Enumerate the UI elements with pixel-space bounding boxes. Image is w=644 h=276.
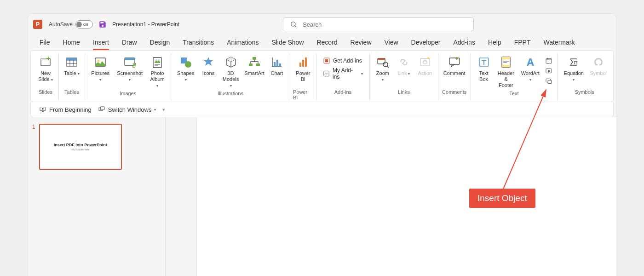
- ribbon: NewSlide ▾SlidesTable ▾TablesPictures ▾S…: [30, 50, 614, 102]
- svg-text:#: #: [548, 70, 550, 73]
- 3d-models-button[interactable]: 3DModels ▾: [219, 53, 242, 90]
- callout-label: Insert Object: [469, 189, 535, 208]
- link-button[interactable]: Link ▾: [394, 53, 414, 77]
- object-button[interactable]: [544, 76, 553, 86]
- document-title: Presentation1 - PowerPoint: [112, 21, 179, 28]
- svg-text:π: π: [574, 59, 578, 66]
- toggle-switch[interactable]: Off: [75, 20, 93, 29]
- tab-fppt[interactable]: FPPT: [508, 35, 537, 50]
- power-bi-label: PowerBI: [296, 70, 310, 82]
- link-label: Link ▾: [397, 70, 410, 76]
- screenshot-label: Screenshot ▾: [116, 70, 144, 82]
- overflow-button[interactable]: ▾: [162, 107, 165, 113]
- svg-rect-24: [325, 59, 328, 62]
- date-time-button[interactable]: [544, 56, 553, 65]
- 3d-models-icon: [223, 54, 239, 70]
- tab-add-ins[interactable]: Add-ins: [447, 35, 481, 50]
- tab-design[interactable]: Design: [144, 35, 177, 50]
- power-bi-icon: [295, 54, 311, 70]
- slide-canvas[interactable]: Insert PDF into PowerPoint: [197, 117, 616, 276]
- chart-button[interactable]: Chart: [267, 53, 287, 77]
- ribbon-group-power-bi: PowerBIPower BI: [290, 53, 316, 101]
- wordart-label: WordArt ▾: [520, 70, 540, 82]
- group-label: Illustrations: [218, 90, 243, 97]
- smartart-button[interactable]: SmartArt: [243, 53, 266, 77]
- pictures-icon: [92, 54, 108, 70]
- my-addins-button[interactable]: My Add-ins ▾: [321, 66, 365, 81]
- photo-album-button[interactable]: PhotoAlbum ▾: [147, 53, 168, 90]
- pictures-button[interactable]: Pictures ▾: [88, 53, 113, 83]
- icons-icon: [201, 54, 216, 70]
- text-box-icon: [476, 54, 492, 70]
- new-slide-button[interactable]: NewSlide ▾: [35, 53, 56, 83]
- svg-rect-20: [299, 63, 301, 67]
- table-button[interactable]: Table ▾: [62, 53, 82, 77]
- slide-canvas-area: Insert PDF into PowerPoint: [166, 117, 616, 276]
- svg-rect-21: [302, 60, 304, 67]
- tab-record[interactable]: Record: [310, 35, 344, 50]
- new-slide-label: NewSlide ▾: [38, 70, 53, 82]
- photo-album-label: PhotoAlbum ▾: [149, 70, 166, 89]
- power-bi-button[interactable]: PowerBI: [293, 53, 313, 83]
- shapes-button[interactable]: Shapes ▾: [174, 53, 197, 83]
- titlebar: P AutoSave Off Presentation1 - PowerPoin…: [28, 14, 616, 35]
- tab-transitions[interactable]: Transitions: [176, 35, 220, 50]
- search-bar[interactable]: Search: [283, 17, 474, 31]
- svg-rect-27: [378, 58, 385, 60]
- from-beginning-button[interactable]: From Beginning: [39, 106, 92, 113]
- link-icon: [396, 54, 412, 70]
- group-label: Links: [398, 88, 410, 95]
- svg-rect-4: [67, 58, 77, 60]
- photo-album-icon: [150, 54, 165, 70]
- tab-watermark[interactable]: Watermark: [537, 35, 581, 50]
- svg-rect-35: [502, 65, 510, 67]
- header-footer-button[interactable]: Header& Footer: [495, 53, 518, 90]
- ribbon-group-illustrations: Shapes ▾Icons3DModels ▾SmartArtChartIllu…: [171, 53, 290, 101]
- tab-help[interactable]: Help: [482, 35, 508, 50]
- save-icon[interactable]: [98, 20, 107, 29]
- ribbon-group-add-ins: Get Add-insMy Add-ins ▾Add-ins: [316, 53, 370, 101]
- text-box-button[interactable]: TextBox: [474, 53, 494, 83]
- tab-animations[interactable]: Animations: [220, 35, 265, 50]
- tab-review[interactable]: Review: [344, 35, 378, 50]
- svg-rect-19: [279, 63, 281, 67]
- table-label: Table ▾: [64, 70, 79, 76]
- equation-button[interactable]: πEquation ▾: [560, 53, 587, 83]
- slide-thumbnails-panel: 1 Insert PDF into PowerPoint Add Subtitl…: [28, 117, 166, 276]
- tab-view[interactable]: View: [378, 35, 405, 50]
- slide-thumbnail[interactable]: Insert PDF into PowerPoint Add Subtitle …: [39, 124, 122, 170]
- icons-button[interactable]: Icons: [198, 53, 218, 77]
- tab-draw[interactable]: Draw: [115, 35, 144, 50]
- symbol-button[interactable]: Symbol: [588, 53, 609, 77]
- group-label: Images: [120, 90, 136, 97]
- group-label: Add-ins: [334, 88, 351, 95]
- smartart-icon: [247, 54, 262, 70]
- zoom-button[interactable]: Zoom ▾: [373, 53, 393, 83]
- toggle-knob: [76, 22, 82, 27]
- svg-rect-18: [276, 60, 278, 67]
- wordart-button[interactable]: WordArt ▾: [518, 53, 542, 83]
- group-label: Symbols: [575, 88, 594, 95]
- tab-slide-show[interactable]: Slide Show: [265, 35, 310, 50]
- switch-windows-button[interactable]: Switch Windows ▾: [98, 106, 156, 113]
- symbol-label: Symbol: [590, 70, 607, 76]
- action-button[interactable]: Action: [415, 53, 435, 77]
- present-icon: [39, 106, 46, 113]
- tab-developer[interactable]: Developer: [405, 35, 447, 50]
- toggle-state: Off: [83, 23, 88, 27]
- svg-rect-25: [324, 71, 329, 76]
- smartart-label: SmartArt: [244, 70, 264, 76]
- tab-home[interactable]: Home: [57, 35, 86, 50]
- autosave-label: AutoSave: [49, 21, 73, 28]
- screenshot-button[interactable]: Screenshot ▾: [114, 53, 146, 83]
- comment-button[interactable]: Comment: [441, 53, 468, 77]
- tab-insert[interactable]: Insert: [86, 35, 115, 50]
- svg-rect-14: [253, 57, 256, 60]
- slide-number-button[interactable]: #: [544, 66, 553, 75]
- comment-icon: [447, 54, 462, 70]
- thumbnail-title: Insert PDF into PowerPoint: [54, 143, 107, 147]
- tab-file[interactable]: File: [33, 35, 57, 50]
- autosave-toggle[interactable]: AutoSave Off: [49, 20, 93, 29]
- get-addins-button[interactable]: Get Add-ins: [321, 56, 365, 65]
- group-label: Power BI: [293, 88, 313, 101]
